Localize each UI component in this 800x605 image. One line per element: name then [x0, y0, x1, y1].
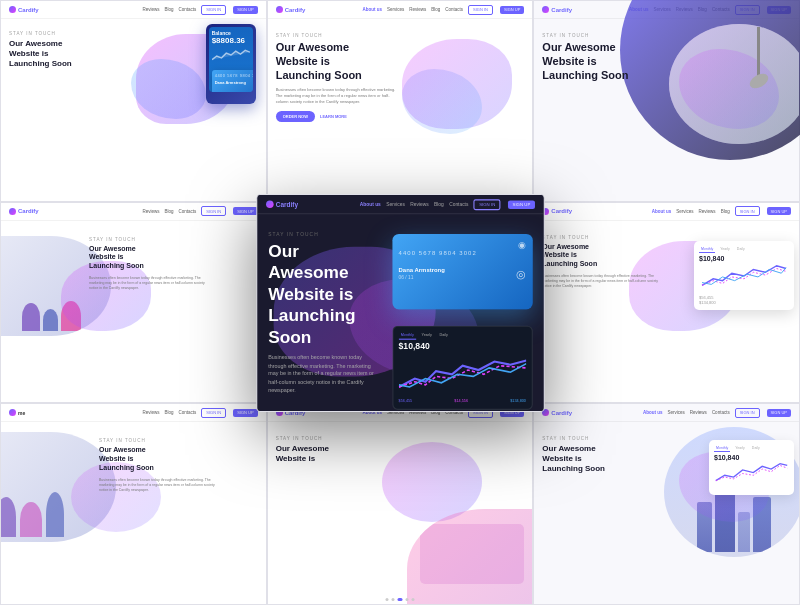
br-dash-amount: $10,840	[714, 454, 789, 461]
nav-mc: Cardify About us Services Reviews Blog C…	[257, 195, 543, 214]
desc-bl: Businesses often become known today thro…	[99, 478, 219, 494]
dash-amount-mc: $10,840	[398, 342, 525, 352]
br-tab-monthly[interactable]: Monthly	[714, 445, 730, 452]
logo-br: Cardify	[542, 409, 572, 416]
nav-reviews-bl: Reviews	[143, 410, 160, 415]
chart-legend-pink: $14,556	[454, 399, 468, 403]
signup-btn-mr[interactable]: SIGN UP	[767, 207, 791, 215]
logo-ml: Cardify	[9, 208, 39, 215]
br-tab-daily[interactable]: Daily	[750, 445, 762, 452]
signup-btn-tc[interactable]: SIGN UP	[500, 6, 524, 14]
nav-reviews-br: Reviews	[690, 410, 707, 415]
logo-bl: me	[9, 409, 25, 416]
nav-tc: Cardify About us Services Reviews Blog C…	[268, 1, 533, 19]
desc-tc: Businesses often become known today thro…	[276, 87, 396, 105]
dash-tab-monthly[interactable]: Monthly	[398, 332, 416, 340]
signin-btn-tl[interactable]: SIGN IN	[201, 5, 226, 15]
chart-legend-purple: $56,455	[398, 399, 412, 403]
logo-tc: Cardify	[276, 6, 306, 13]
nav-services-mr: Services	[676, 209, 693, 214]
phone-screen: Balance $8808.36 4400 5678 9804 3002 Dan…	[209, 27, 253, 92]
phone-mockup-tl: Balance $8808.36 4400 5678 9804 3002 Dan…	[206, 24, 266, 104]
learn-btn-tc[interactable]: LEARN MORE	[320, 114, 347, 119]
nav-links-br: About us Services Reviews Contacts SIGN …	[643, 408, 791, 418]
desc-mc: Businesses often become known today thro…	[268, 353, 381, 394]
desc-ml: Businesses often become known today thro…	[89, 276, 209, 292]
signin-btn-bl[interactable]: SIGN IN	[201, 408, 226, 418]
nav-links-tr: About us Services Reviews Blog Contacts …	[629, 5, 791, 15]
dot-active[interactable]	[397, 598, 402, 601]
dot-5	[411, 598, 414, 601]
title-tc: Our Awesome Website is Launching Soon	[276, 41, 406, 82]
title-bc: Our Awesome Website is	[276, 444, 406, 464]
logo-icon-tr	[542, 6, 549, 13]
nav-blog-ml: Blog	[165, 209, 174, 214]
nav-services-br: Services	[668, 410, 685, 415]
nav-about-br: About us	[643, 410, 663, 415]
nav-br: Cardify About us Services Reviews Contac…	[534, 404, 799, 422]
nav-about-tr: About us	[629, 7, 649, 12]
br-chart	[714, 461, 789, 486]
hero-bc: STAY IN TOUCH Our Awesome Website is	[268, 422, 533, 604]
title-bl: Our Awesome Website is Launching Soon	[99, 446, 258, 472]
eyebrow-br: STAY IN TOUCH	[542, 436, 672, 441]
nav-reviews-mc: Reviews	[410, 201, 428, 206]
nav-contacts-br: Contacts	[712, 410, 730, 415]
br-tab-yearly[interactable]: Yearly	[733, 445, 747, 452]
signup-btn-bl[interactable]: SIGN UP	[233, 409, 257, 417]
nav-reviews-ml: Reviews	[143, 209, 160, 214]
featured-card-number: 4400 5678 9804 3002	[398, 250, 525, 256]
hero-br: STAY IN TOUCH Our Awesome Website is Lau…	[534, 422, 799, 604]
hero-btns-tc: ORDER NOW LEARN MORE	[276, 111, 406, 122]
signup-btn-mc[interactable]: SIGN UP	[508, 200, 534, 209]
card-holder: Dana Armstrong	[215, 80, 253, 85]
featured-credit-card: ◉ 4400 5678 9804 3002 Dana Armstrong 06 …	[392, 234, 532, 310]
signin-btn-mc[interactable]: SIGN IN	[473, 198, 500, 209]
featured-hero-left: STAY IN TOUCH Our Awesome Website is Lau…	[268, 223, 381, 402]
nav-services-mc: Services	[386, 201, 405, 206]
nav-about-mc: About us	[359, 201, 380, 206]
hero-text-mr: STAY IN TOUCH Our Awesome Website is Lau…	[542, 227, 791, 397]
nav-about-tc: About us	[362, 7, 382, 12]
signin-btn-tr[interactable]: SIGN IN	[735, 5, 760, 15]
preview-card-mr: Cardify About us Services Reviews Blog S…	[533, 202, 800, 404]
signup-btn-tl[interactable]: SIGN UP	[233, 6, 257, 14]
preview-card-tr: Cardify About us Services Reviews Blog C…	[533, 0, 800, 202]
signup-btn-ml[interactable]: SIGN UP	[233, 207, 257, 215]
signup-btn-tr[interactable]: SIGN UP	[767, 6, 791, 14]
title-br: Our Awesome Website is Launching Soon	[542, 444, 672, 474]
eyebrow-tc: STAY IN TOUCH	[276, 33, 406, 38]
phone-card: 4400 5678 9804 3002 Dana Armstrong	[212, 70, 253, 92]
hero-tc: STAY IN TOUCH Our Awesome Website is Lau…	[268, 19, 533, 201]
nav-services-tr: Services	[654, 7, 671, 12]
preview-card-tl: Cardify Reviews Blog Contacts SIGN IN SI…	[0, 0, 267, 202]
signin-btn-tc[interactable]: SIGN IN	[468, 5, 493, 15]
preview-card-br: Cardify About us Services Reviews Contac…	[533, 403, 800, 605]
nav-contacts-bl: Contacts	[179, 410, 197, 415]
preview-card-mc: Cardify About us Services Reviews Blog C…	[256, 194, 544, 412]
dash-tabs: Monthly Yearly Daily	[398, 332, 525, 340]
nav-reviews-tc: Reviews	[409, 7, 426, 12]
nav-contacts-mc: Contacts	[449, 201, 468, 206]
nav-links-mc: About us Services Reviews Blog Contacts …	[359, 198, 534, 209]
order-btn-tc[interactable]: ORDER NOW	[276, 111, 315, 122]
signin-btn-br[interactable]: SIGN IN	[735, 408, 760, 418]
hero-text-bc: STAY IN TOUCH Our Awesome Website is	[276, 428, 406, 598]
featured-card-exp: 06 / 11	[398, 275, 444, 280]
nav-contacts-ml: Contacts	[179, 209, 197, 214]
eyebrow-bc: STAY IN TOUCH	[276, 436, 406, 441]
dash-tab-daily[interactable]: Daily	[437, 332, 450, 340]
nav-links-ml: Reviews Blog Contacts SIGN IN SIGN UP	[143, 206, 258, 216]
logo-mr: Cardify	[542, 208, 572, 215]
nav-ml: Cardify Reviews Blog Contacts SIGN IN SI…	[1, 203, 266, 221]
signup-btn-br[interactable]: SIGN UP	[767, 409, 791, 417]
dash-tab-yearly[interactable]: Yearly	[419, 332, 434, 340]
desc-mr: Businesses often become known today thro…	[542, 274, 662, 290]
signin-btn-ml[interactable]: SIGN IN	[201, 206, 226, 216]
logo-icon-bl	[9, 409, 16, 416]
phone-body: Balance $8808.36 4400 5678 9804 3002 Dan…	[206, 24, 256, 104]
logo-icon-mc	[266, 200, 274, 208]
eyebrow-mc: STAY IN TOUCH	[268, 231, 381, 236]
signin-btn-mr[interactable]: SIGN IN	[735, 206, 760, 216]
nav-contacts-tr: Contacts	[712, 7, 730, 12]
